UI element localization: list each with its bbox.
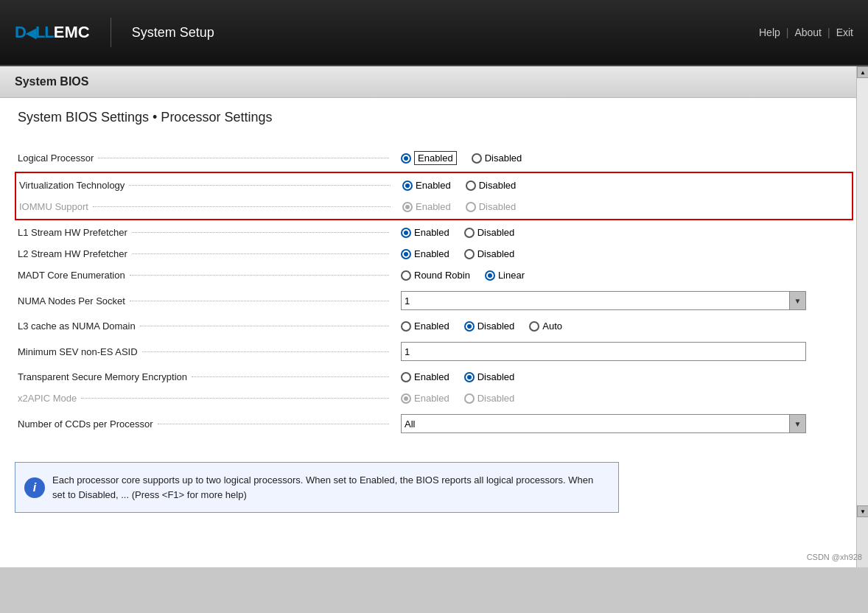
label-madt: MADT Core Enumeration [18, 270, 401, 281]
radio-l2-enabled[interactable]: Enabled [401, 248, 449, 259]
numa-select[interactable]: 1 2 4 [405, 295, 802, 306]
radio-madt-roundrobin[interactable]: Round Robin [401, 270, 470, 281]
logo-area: D◀LL EMC System Setup [15, 18, 214, 47]
label-min-sev: Minimum SEV non-ES ASID [18, 346, 401, 357]
info-text: Each processor core supports up to two l… [52, 473, 608, 502]
controls-iommu: Enabled Disabled [402, 201, 849, 212]
row-num-ccds: Number of CCDs per Processor All 1 2 ▼ [18, 409, 850, 438]
radio-circle [485, 270, 495, 281]
label-l2-stream: L2 Stream HW Prefetcher [18, 248, 401, 259]
radio-circle [464, 228, 475, 238]
row-numa-nodes: NUMA Nodes Per Socket 1 2 4 ▼ [18, 286, 850, 315]
controls-l2-stream: Enabled Disabled [401, 248, 850, 259]
row-logical-processor: Logical Processor Enabled Disabled [18, 146, 850, 170]
dell-logo: D◀LL EMC [15, 23, 90, 42]
row-tsme: Transparent Secure Memory Encryption Ena… [18, 366, 850, 388]
radio-circle [401, 249, 411, 259]
controls-num-ccds: All 1 2 ▼ [401, 414, 850, 433]
row-madt: MADT Core Enumeration Round Robin Linear [18, 265, 850, 286]
info-icon: i [24, 477, 45, 498]
radio-logical-disabled[interactable]: Disabled [472, 153, 522, 164]
radio-l3-disabled[interactable]: Disabled [464, 320, 515, 332]
label-logical-processor: Logical Processor [18, 153, 401, 164]
ccds-select[interactable]: All 1 2 [405, 418, 802, 430]
radio-circle [401, 321, 411, 332]
label-iommu: IOMMU Support [19, 201, 402, 212]
radio-circle [466, 181, 476, 191]
controls-l3-cache: Enabled Disabled Auto [401, 320, 850, 332]
radio-virt-enabled[interactable]: Enabled [402, 180, 451, 191]
radio-l2-disabled[interactable]: Disabled [464, 248, 515, 259]
header-nav: Help | About | Exit [759, 27, 853, 38]
radio-iommu-enabled[interactable]: Enabled [402, 201, 451, 212]
radio-circle [529, 321, 539, 332]
radio-circle [464, 372, 475, 382]
radio-virt-disabled[interactable]: Disabled [466, 180, 517, 191]
radio-circle [464, 249, 475, 259]
radio-tsme-disabled[interactable]: Disabled [464, 371, 515, 382]
exit-link[interactable]: Exit [836, 27, 853, 38]
radio-circle [401, 270, 411, 281]
row-x2apic: x2APIC Mode Enabled Disabled [18, 388, 850, 409]
emc-text: EMC [54, 23, 90, 42]
radio-circle [401, 393, 411, 404]
radio-tsme-enabled[interactable]: Enabled [401, 371, 449, 382]
controls-x2apic: Enabled Disabled [401, 393, 850, 404]
label-tsme: Transparent Secure Memory Encryption [18, 371, 401, 382]
radio-l3-auto[interactable]: Auto [529, 320, 562, 332]
row-min-sev: Minimum SEV non-ES ASID [18, 337, 850, 366]
controls-min-sev [401, 342, 850, 361]
dell-text: D◀LL [15, 23, 54, 42]
label-num-ccds: Number of CCDs per Processor [18, 418, 401, 430]
controls-virtualization: Enabled Disabled [402, 180, 849, 191]
numa-dropdown[interactable]: 1 2 4 ▼ [401, 291, 806, 310]
radio-x2apic-disabled[interactable]: Disabled [464, 393, 515, 404]
radio-circle [472, 153, 482, 164]
min-sev-input[interactable] [401, 342, 806, 361]
label-virtualization: Virtualization Technology [19, 180, 402, 191]
row-l3-cache: L3 cache as NUMA Domain Enabled Disabled [18, 315, 850, 337]
about-link[interactable]: About [794, 27, 822, 38]
dropdown-arrow-icon: ▼ [789, 415, 805, 432]
row-l1-stream: L1 Stream HW Prefetcher Enabled Disabled [18, 222, 850, 243]
radio-circle [402, 181, 413, 191]
controls-logical-processor: Enabled Disabled [401, 151, 850, 165]
radio-x2apic-enabled[interactable]: Enabled [401, 393, 449, 404]
label-numa-nodes: NUMA Nodes Per Socket [18, 295, 401, 306]
label-l3-cache: L3 cache as NUMA Domain [18, 320, 401, 332]
bios-title: System BIOS [15, 75, 853, 88]
info-box: i Each processor core supports up to two… [15, 462, 619, 513]
label-l1-stream: L1 Stream HW Prefetcher [18, 227, 401, 238]
ccds-dropdown[interactable]: All 1 2 ▼ [401, 414, 806, 433]
radio-iommu-disabled[interactable]: Disabled [466, 201, 517, 212]
header: D◀LL EMC System Setup Help | About | Exi… [0, 0, 868, 66]
section-title-bar: System BIOS [0, 66, 868, 98]
radio-circle [464, 393, 475, 404]
dropdown-arrow-icon: ▼ [789, 292, 805, 309]
scrollbar[interactable]: ▲ ▼ [856, 66, 868, 567]
radio-circle [401, 372, 411, 382]
radio-l3-enabled[interactable]: Enabled [401, 320, 449, 332]
scroll-up-button[interactable]: ▲ [857, 66, 868, 78]
row-virtualization: Virtualization Technology Enabled Disabl… [19, 175, 849, 196]
highlight-group: Virtualization Technology Enabled Disabl… [15, 172, 853, 220]
radio-madt-linear[interactable]: Linear [485, 270, 525, 281]
main-content: System BIOS System BIOS Settings • Proce… [0, 66, 868, 567]
row-l2-stream: L2 Stream HW Prefetcher Enabled Disabled [18, 243, 850, 265]
scroll-down-button[interactable]: ▼ [857, 505, 868, 517]
radio-circle [464, 321, 475, 332]
radio-circle [402, 202, 413, 212]
controls-madt: Round Robin Linear [401, 270, 850, 281]
radio-logical-enabled[interactable]: Enabled [401, 151, 457, 165]
label-x2apic: x2APIC Mode [18, 393, 401, 404]
watermark: CSDN @xh928 [807, 553, 862, 561]
radio-l1-enabled[interactable]: Enabled [401, 227, 449, 238]
help-link[interactable]: Help [759, 27, 780, 38]
header-divider [111, 18, 111, 47]
controls-tsme: Enabled Disabled [401, 371, 850, 382]
radio-l1-disabled[interactable]: Disabled [464, 227, 515, 238]
radio-circle [401, 153, 411, 164]
settings-area: System BIOS Settings • Processor Setting… [0, 98, 868, 450]
controls-numa-nodes: 1 2 4 ▼ [401, 291, 850, 310]
page-heading: System BIOS Settings • Processor Setting… [18, 110, 850, 131]
